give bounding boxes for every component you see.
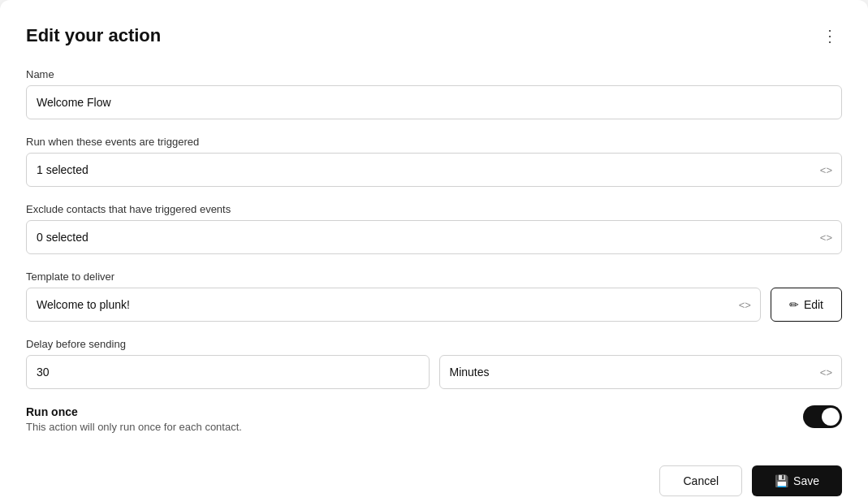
- edit-button-label: Edit: [804, 298, 823, 311]
- delay-field-group: Delay before sending Minutes Hours Days …: [26, 338, 842, 389]
- edit-pencil-icon: ✏: [789, 298, 799, 311]
- name-input-wrapper: [26, 85, 842, 119]
- exclude-label: Exclude contacts that have triggered eve…: [26, 203, 842, 215]
- cancel-button[interactable]: Cancel: [659, 465, 742, 496]
- events-input[interactable]: [26, 153, 842, 187]
- modal-title: Edit your action: [26, 25, 161, 46]
- delay-unit-select[interactable]: Minutes Hours Days: [439, 355, 843, 389]
- template-input-wrapper: <>: [26, 288, 761, 322]
- footer-buttons: Cancel 💾 Save: [26, 465, 842, 496]
- run-once-description: This action will only run once for each …: [26, 421, 242, 433]
- run-once-toggle[interactable]: [803, 405, 842, 428]
- save-disk-icon: 💾: [775, 474, 788, 487]
- template-input[interactable]: [26, 288, 761, 322]
- delay-label: Delay before sending: [26, 338, 842, 350]
- events-label: Run when these events are triggered: [26, 136, 842, 148]
- run-once-text: Run once This action will only run once …: [26, 405, 242, 433]
- events-input-wrapper: <>: [26, 153, 842, 187]
- edit-template-button[interactable]: ✏ Edit: [771, 288, 842, 322]
- save-button-label: Save: [793, 474, 819, 487]
- name-label: Name: [26, 68, 842, 80]
- exclude-input-wrapper: <>: [26, 220, 842, 254]
- template-field-group: Template to deliver <> ✏ Edit: [26, 270, 842, 322]
- save-button[interactable]: 💾 Save: [752, 465, 842, 496]
- events-field-group: Run when these events are triggered <>: [26, 136, 842, 187]
- modal-header: Edit your action ⋮: [26, 23, 842, 49]
- more-options-icon[interactable]: ⋮: [818, 23, 842, 49]
- edit-action-modal: Edit your action ⋮ Name Run when these e…: [0, 0, 868, 502]
- toggle-slider: [803, 405, 842, 428]
- exclude-input[interactable]: [26, 220, 842, 254]
- name-field-group: Name: [26, 68, 842, 119]
- template-label: Template to deliver: [26, 270, 842, 283]
- run-once-title: Run once: [26, 405, 242, 418]
- run-once-section: Run once This action will only run once …: [26, 405, 842, 433]
- exclude-field-group: Exclude contacts that have triggered eve…: [26, 203, 842, 254]
- delay-input-wrapper: [26, 355, 430, 389]
- delay-row: Minutes Hours Days <>: [26, 355, 842, 389]
- delay-unit-wrapper: Minutes Hours Days <>: [439, 355, 843, 389]
- template-row: <> ✏ Edit: [26, 288, 842, 322]
- name-input[interactable]: [26, 85, 842, 119]
- delay-value-input[interactable]: [26, 355, 430, 389]
